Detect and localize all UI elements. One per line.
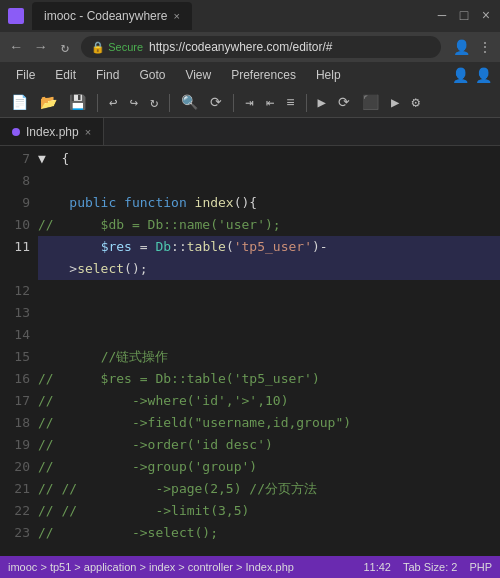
status-time: 11:42 — [363, 561, 391, 573]
minimize-button[interactable]: ─ — [436, 10, 448, 22]
file-tab-index-php[interactable]: Index.php × — [0, 118, 104, 145]
line-num-13: 13 — [4, 302, 30, 324]
status-language: PHP — [469, 561, 492, 573]
line-num-20: 20 — [4, 456, 30, 478]
line-num-17: 17 — [4, 390, 30, 412]
code-line-22: // // ->limit(3,5) — [38, 500, 500, 522]
file-tab-close-button[interactable]: × — [85, 126, 91, 138]
url-input[interactable]: 🔒 Secure https://codeanywhere.com/editor… — [81, 36, 441, 58]
search-button[interactable]: 🔍 — [176, 91, 203, 114]
new-file-button[interactable]: 📄 — [6, 91, 33, 114]
status-tab-size: Tab Size: 2 — [403, 561, 457, 573]
toolbar-separator-2 — [169, 94, 170, 112]
code-editor[interactable]: 7 8 9 10 11 · 12 13 14 15 16 17 18 19 20… — [0, 146, 500, 556]
code-line-19: // ->order('id desc') — [38, 434, 500, 456]
indent-button[interactable]: ⇥ — [240, 91, 258, 114]
menu-item-file[interactable]: File — [8, 66, 43, 84]
line-num-9: 9 — [4, 192, 30, 214]
user-settings-icon[interactable]: 👤 — [475, 67, 492, 84]
tab-title: imooc - Codeanywhere — [44, 9, 167, 23]
redo-button[interactable]: ↪ — [124, 91, 142, 114]
code-line-17: // ->where('id','>',10) — [38, 390, 500, 412]
line-num-8: 8 — [4, 170, 30, 192]
code-line-16: // $res = Db::table('tp5_user') — [38, 368, 500, 390]
code-line-7: ▼ { — [38, 148, 500, 170]
back-button[interactable]: ← — [8, 37, 24, 57]
menu-bar: File Edit Find Goto View Preferences Hel… — [0, 62, 500, 88]
line-num-14: 14 — [4, 324, 30, 346]
code-line-10: // $db = Db::name('user'); — [38, 214, 500, 236]
code-line-11-wrap: >select(); — [38, 258, 500, 280]
code-line-18: // ->field("username,id,group") — [38, 412, 500, 434]
url-text: https://codeanywhere.com/editor/# — [149, 40, 332, 54]
menu-item-help[interactable]: Help — [308, 66, 349, 84]
code-line-14 — [38, 324, 500, 346]
code-content[interactable]: ▼ { public function index(){ // $db = Db… — [38, 146, 500, 556]
menu-dots-icon[interactable]: ⋮ — [478, 39, 492, 56]
toolbar-separator-3 — [233, 94, 234, 112]
replace-button[interactable]: ⟳ — [205, 91, 227, 114]
menu-item-goto[interactable]: Goto — [131, 66, 173, 84]
line-num-23: 23 — [4, 522, 30, 544]
toolbar-separator — [97, 94, 98, 112]
code-line-13 — [38, 302, 500, 324]
code-line-8 — [38, 170, 500, 192]
code-line-15: //链式操作 — [38, 346, 500, 368]
line-num-16: 16 — [4, 368, 30, 390]
more-button[interactable]: ▶ — [386, 91, 404, 114]
code-line-23: // ->select(); — [38, 522, 500, 544]
line-num-19: 19 — [4, 434, 30, 456]
file-path: imooc > tp51 > application > index > con… — [8, 561, 355, 573]
title-bar: imooc - Codeanywhere × ─ □ × — [0, 0, 500, 32]
profile-icon[interactable]: 👤 — [453, 39, 470, 56]
menu-right-icons: 👤 👤 — [452, 67, 492, 84]
file-tab-bar: Index.php × — [0, 118, 500, 146]
terminal-button[interactable]: ⬛ — [357, 91, 384, 114]
menu-item-find[interactable]: Find — [88, 66, 127, 84]
status-right: 11:42 Tab Size: 2 PHP — [363, 561, 492, 573]
menu-item-edit[interactable]: Edit — [47, 66, 84, 84]
run-button[interactable]: ▶ — [313, 91, 331, 114]
lock-icon: 🔒 — [91, 41, 105, 54]
code-line-11: $res = Db::table('tp5_user')- — [38, 236, 500, 258]
line-num-22: 22 — [4, 500, 30, 522]
status-bar: imooc > tp51 > application > index > con… — [0, 556, 500, 578]
refresh-code-button[interactable]: ↻ — [145, 91, 163, 114]
forward-button[interactable]: → — [32, 37, 48, 57]
menu-item-view[interactable]: View — [177, 66, 219, 84]
toolbar-separator-4 — [306, 94, 307, 112]
line-num-21: 21 — [4, 478, 30, 500]
toolbar: 📄 📂 💾 ↩ ↪ ↻ 🔍 ⟳ ⇥ ⇤ ≡ ▶ ⟳ ⬛ ▶ ⚙ — [0, 88, 500, 118]
user-account-icon[interactable]: 👤 — [452, 67, 469, 84]
maximize-button[interactable]: □ — [458, 10, 470, 22]
file-tab-indicator — [12, 128, 20, 136]
line-num-10: 10 — [4, 214, 30, 236]
code-line-9: public function index(){ — [38, 192, 500, 214]
code-line-12 — [38, 280, 500, 302]
code-line-21: // // ->page(2,5) //分页方法 — [38, 478, 500, 500]
address-right-icons: 👤 ⋮ — [453, 39, 492, 56]
settings-gear-button[interactable]: ⚙ — [406, 91, 424, 114]
address-bar: ← → ↻ 🔒 Secure https://codeanywhere.com/… — [0, 32, 500, 62]
refresh-button[interactable]: ↻ — [57, 37, 73, 58]
app-icon — [8, 8, 24, 24]
save-button[interactable]: 💾 — [64, 91, 91, 114]
menu-item-preferences[interactable]: Preferences — [223, 66, 304, 84]
file-tab-name: Index.php — [26, 125, 79, 139]
line-num-12: 12 — [4, 280, 30, 302]
window-controls: ─ □ × — [436, 10, 492, 22]
line-num-11: 11 — [4, 236, 30, 258]
align-button[interactable]: ≡ — [281, 92, 299, 114]
undo-button[interactable]: ↩ — [104, 91, 122, 114]
debug-button[interactable]: ⟳ — [333, 91, 355, 114]
close-window-button[interactable]: × — [480, 10, 492, 22]
tab-close-button[interactable]: × — [173, 10, 179, 22]
line-num-11b: · — [4, 258, 30, 280]
line-num-7: 7 — [4, 148, 30, 170]
open-file-button[interactable]: 📂 — [35, 91, 62, 114]
secure-badge: 🔒 Secure — [91, 41, 143, 54]
line-numbers: 7 8 9 10 11 · 12 13 14 15 16 17 18 19 20… — [0, 146, 38, 556]
outdent-button[interactable]: ⇤ — [261, 91, 279, 114]
code-line-20: // ->group('group') — [38, 456, 500, 478]
browser-tab[interactable]: imooc - Codeanywhere × — [32, 2, 192, 30]
